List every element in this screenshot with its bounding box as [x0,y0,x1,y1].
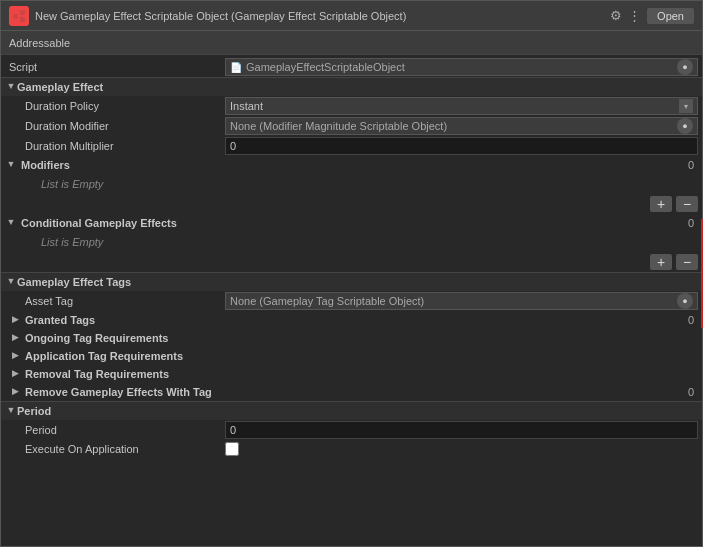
duration-modifier-field[interactable]: None (Modifier Magnitude Scriptable Obje… [225,117,698,135]
conditional-effects-add-button[interactable]: + [650,254,672,270]
asset-tag-field[interactable]: None (Gameplay Tag Scriptable Object) ● [225,292,698,310]
conditional-effects-count: 0 [688,217,694,229]
duration-multiplier-row: Duration Multiplier [1,136,702,156]
gameplay-effect-tags-label: Gameplay Effect Tags [17,276,698,288]
script-value: GameplayEffectScriptableObject [246,61,405,73]
open-button[interactable]: Open [647,8,694,24]
duration-modifier-row: Duration Modifier None (Modifier Magnitu… [1,116,702,136]
duration-policy-row: Duration Policy Instant ▾ [1,96,702,116]
gameplay-effect-label: Gameplay Effect [17,81,698,93]
granted-tags-count: 0 [688,314,694,326]
asset-tag-label: Asset Tag [5,295,225,307]
removal-tag-requirements-label: Removal Tag Requirements [25,368,169,380]
modifiers-add-button[interactable]: + [650,196,672,212]
execute-on-application-row: Execute On Application [1,440,702,458]
script-pick-button[interactable]: ● [677,59,693,75]
script-value-container: 📄 GameplayEffectScriptableObject ● [225,58,698,76]
period-value-input[interactable] [225,421,698,439]
inspector-window: New Gameplay Effect Scriptable Object (G… [0,0,703,547]
modifiers-list-buttons: + − [1,194,702,214]
ongoing-tag-requirements-label: Ongoing Tag Requirements [25,332,168,344]
gameplay-effect-section-header[interactable]: ▼ Gameplay Effect [1,78,702,96]
application-tags-triangle[interactable]: ▶ [9,350,21,362]
conditional-effects-empty: List is Empty [1,232,702,252]
more-icon[interactable]: ⋮ [628,9,641,22]
removal-tag-requirements-header[interactable]: ▶ Removal Tag Requirements [1,365,702,383]
gameplay-effect-tags-triangle[interactable]: ▼ [5,276,17,288]
application-tag-requirements-header[interactable]: ▶ Application Tag Requirements [1,347,702,365]
inspector-content: Script 📄 GameplayEffectScriptableObject … [1,55,702,546]
period-row: Period [1,420,702,440]
duration-policy-label: Duration Policy [5,100,225,112]
duration-modifier-label: Duration Modifier [5,120,225,132]
script-label: Script [5,61,225,73]
settings-icon[interactable]: ⚙ [610,9,622,22]
period-triangle[interactable]: ▼ [5,405,17,417]
toolbar: Addressable [1,31,702,55]
duration-multiplier-value [225,137,698,155]
duration-policy-value: Instant ▾ [225,97,698,115]
conditional-effects-triangle[interactable]: ▼ [5,217,17,229]
remove-gameplay-effects-label: Remove Gameplay Effects With Tag [25,386,212,398]
period-label: Period [17,405,698,417]
asset-tag-pick-btn[interactable]: ● [677,293,693,309]
gameplay-effect-tags-header[interactable]: ▼ Gameplay Effect Tags [1,273,702,291]
gameplay-effect-triangle[interactable]: ▼ [5,81,17,93]
modifiers-header[interactable]: ▼ Modifiers 0 [1,156,702,174]
modifiers-remove-button[interactable]: − [676,196,698,212]
svg-rect-0 [13,14,18,19]
conditional-effects-label: Conditional Gameplay Effects [21,217,177,229]
remove-gameplay-effects-header[interactable]: ▶ Remove Gameplay Effects With Tag 0 [1,383,702,401]
script-row: Script 📄 GameplayEffectScriptableObject … [1,57,702,77]
duration-modifier-value: None (Modifier Magnitude Scriptable Obje… [225,117,698,135]
duration-policy-dropdown-text: Instant [230,100,679,112]
remove-effects-count: 0 [688,386,694,398]
asset-tag-row: Asset Tag None (Gameplay Tag Scriptable … [1,291,702,311]
duration-modifier-pick-btn[interactable]: ● [677,118,693,134]
conditional-effects-list-buttons: + − [1,252,702,272]
execute-on-application-value [225,442,698,456]
application-tag-requirements-label: Application Tag Requirements [25,350,183,362]
svg-rect-2 [20,17,25,22]
duration-policy-dropdown[interactable]: Instant ▾ [225,97,698,115]
execute-on-application-label: Execute On Application [5,443,225,455]
modifiers-label: Modifiers [21,159,70,171]
conditional-effects-remove-button[interactable]: − [676,254,698,270]
duration-multiplier-label: Duration Multiplier [5,140,225,152]
conditional-effects-header[interactable]: ▼ Conditional Gameplay Effects 0 [1,214,702,232]
modifiers-empty: List is Empty [1,174,702,194]
granted-tags-header[interactable]: ▶ Granted Tags 0 [1,311,702,329]
ongoing-tags-triangle[interactable]: ▶ [9,332,21,344]
duration-multiplier-input[interactable] [225,137,698,155]
window-title: New Gameplay Effect Scriptable Object (G… [35,10,604,22]
duration-policy-dropdown-arrow: ▾ [679,99,693,113]
modifiers-triangle[interactable]: ▼ [5,159,17,171]
period-value-container [225,421,698,439]
asset-tag-value: None (Gameplay Tag Scriptable Object) ● [225,292,698,310]
duration-modifier-text: None (Modifier Magnitude Scriptable Obje… [230,120,447,132]
script-file-icon: 📄 [230,62,242,73]
execute-on-application-checkbox[interactable] [225,442,239,456]
titlebar: New Gameplay Effect Scriptable Object (G… [1,1,702,31]
svg-rect-1 [20,10,25,15]
remove-effects-triangle[interactable]: ▶ [9,386,21,398]
ongoing-tag-requirements-header[interactable]: ▶ Ongoing Tag Requirements [1,329,702,347]
addressable-label: Addressable [9,37,70,49]
asset-tag-text: None (Gameplay Tag Scriptable Object) [230,295,424,307]
titlebar-actions: ⚙ ⋮ [610,9,641,22]
unity-logo-icon [9,6,29,26]
script-object-field[interactable]: 📄 GameplayEffectScriptableObject ● [225,58,698,76]
granted-tags-label: Granted Tags [25,314,95,326]
modifiers-count: 0 [688,159,694,171]
removal-tags-triangle[interactable]: ▶ [9,368,21,380]
period-value-label: Period [5,424,225,436]
granted-tags-triangle[interactable]: ▶ [9,314,21,326]
period-section-header[interactable]: ▼ Period [1,402,702,420]
